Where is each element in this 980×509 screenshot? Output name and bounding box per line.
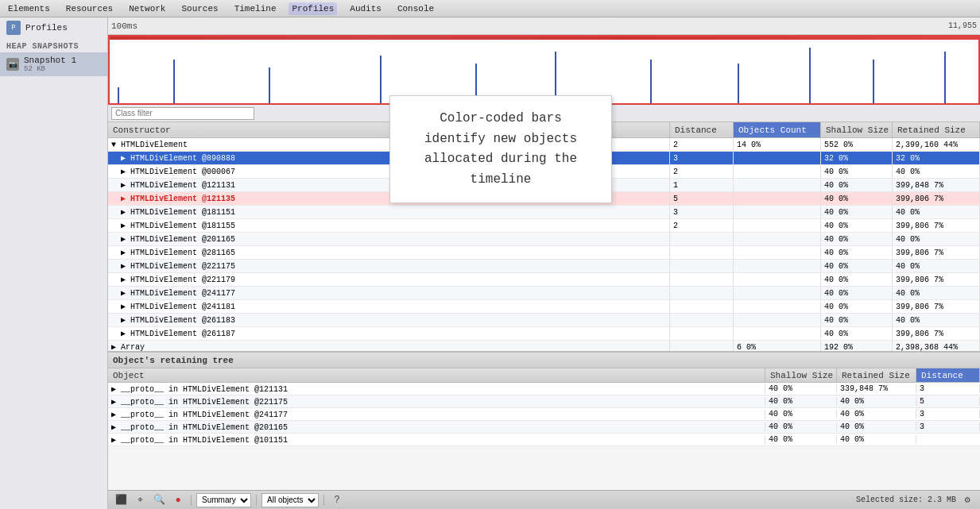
cell-shallow: 40 0%	[821, 287, 893, 299]
col-shallow-size[interactable]: Shallow Size	[821, 122, 893, 137]
timeline-bar	[650, 60, 652, 103]
cell-distance	[670, 287, 734, 299]
menu-item-profiles[interactable]: Profiles	[289, 2, 337, 15]
table-row[interactable]: ▶ HTMLDivElement @890888 3 32 0% 32 0%	[108, 152, 980, 165]
table-row[interactable]: ▶ HTMLDivElement @261187 40 0% 399,806 7…	[108, 327, 980, 341]
cell-retained: 399,806 7%	[893, 300, 980, 313]
cell-shallow: 40 0%	[821, 219, 893, 232]
bottom-cell-retained: 40 0%	[837, 422, 916, 431]
menu-item-audits[interactable]: Audits	[347, 2, 385, 15]
col-distance[interactable]: Distance	[670, 122, 734, 137]
timeline-canvas[interactable]	[108, 35, 980, 105]
cell-objects	[734, 233, 821, 245]
table-row[interactable]: ▶ HTMLDivElement @121135 5 40 0% 399,806…	[108, 192, 980, 206]
menu-item-resources[interactable]: Resources	[63, 2, 116, 15]
timeline-bar	[809, 48, 811, 103]
snapshot-icon: 📷	[6, 58, 19, 71]
sidebar-section-heap: HEAP SNAPSHOTS	[0, 38, 107, 52]
table-row[interactable]: ▶ HTMLDivElement @181155 2 40 0% 399,806…	[108, 219, 980, 233]
cell-constructor: ▶ Array	[108, 341, 670, 351]
bottom-cell-retained: 40 0%	[837, 410, 916, 418]
cell-constructor: ▶ HTMLDivElement @121135	[108, 192, 670, 205]
menu-item-network[interactable]: Network	[126, 2, 168, 15]
sidebar-item-profiles[interactable]: P Profiles	[0, 17, 107, 38]
bottom-row[interactable]: ▶ __proto__ in HTMLDivElement @121131 40…	[108, 383, 980, 395]
filter-select[interactable]: All objects	[261, 493, 319, 507]
status-separator-2	[256, 495, 257, 506]
sidebar-profiles-label: Profiles	[25, 23, 68, 33]
timeline-bar	[475, 64, 477, 103]
table-row[interactable]: ▶ HTMLDivElement @221175 40 0% 40 0%	[108, 260, 980, 273]
bottom-row[interactable]: ▶ __proto__ in HTMLDivElement @241177 40…	[108, 408, 980, 421]
cell-retained: 399,806 7%	[893, 192, 980, 205]
selected-size-text: Selected size: 2.3 MB	[856, 496, 956, 504]
bottom-cell-distance: 3	[916, 410, 980, 418]
timeline-bar	[555, 52, 556, 103]
cell-constructor: ▶ HTMLDivElement @221179	[108, 273, 670, 286]
bottom-cell-shallow: 40 0%	[765, 435, 837, 444]
bottom-row[interactable]: ▶ __proto__ in HTMLDivElement @221175 40…	[108, 395, 980, 408]
cell-distance: 2	[670, 138, 734, 151]
table-row[interactable]: ▶ HTMLDivElement @201165 40 0% 40 0%	[108, 233, 980, 246]
question-btn[interactable]: ?	[329, 493, 345, 507]
settings-icon[interactable]: ⚙	[959, 493, 975, 507]
bottom-row[interactable]: ▶ __proto__ in HTMLDivElement @101151 40…	[108, 434, 980, 446]
cell-objects	[734, 165, 821, 178]
col-constructor[interactable]: Constructor	[108, 122, 670, 137]
table-row[interactable]: ▼ HTMLDivElement 2 14 0% 552 0% 2,399,16…	[108, 138, 980, 152]
cell-shallow: 32 0%	[821, 152, 893, 164]
cell-retained: 40 0%	[893, 206, 980, 218]
table-row[interactable]: ▶ HTMLDivElement @181151 3 40 0% 40 0%	[108, 206, 980, 219]
bottom-col-retained[interactable]: Retained Size	[837, 368, 916, 382]
table-row[interactable]: ▶ HTMLDivElement @241181 40 0% 399,806 7…	[108, 300, 980, 314]
table-row[interactable]: ▶ HTMLDivElement @281165 40 0% 399,806 7…	[108, 246, 980, 260]
inspect-icon[interactable]: ⌖	[132, 493, 148, 507]
bottom-col-distance[interactable]: Distance	[916, 368, 980, 382]
bottom-cell-object: ▶ __proto__ in HTMLDivElement @121131	[108, 384, 765, 394]
summary-select[interactable]: Summary	[196, 493, 251, 507]
cell-retained: 40 0%	[893, 260, 980, 272]
sidebar-item-snapshot1[interactable]: 📷 Snapshot 1 52 KB	[0, 52, 107, 76]
table-row[interactable]: ▶ Array 6 0% 192 0% 2,398,368 44%	[108, 341, 980, 351]
bottom-col-object[interactable]: Object	[108, 368, 765, 382]
table-row[interactable]: ▶ HTMLDivElement @241177 40 0% 40 0%	[108, 287, 980, 300]
col-objects-count[interactable]: Objects Count	[734, 122, 821, 137]
menu-bar: Elements Resources Network Sources Timel…	[0, 0, 980, 17]
table-row[interactable]: ▶ HTMLDivElement @000067 2 40 0% 40 0%	[108, 165, 980, 179]
table-row[interactable]: ▶ HTMLDivElement @221179 40 0% 399,806 7…	[108, 273, 980, 287]
cell-objects	[734, 273, 821, 286]
cell-retained: 40 0%	[893, 165, 980, 178]
dock-icon[interactable]: ⬛	[113, 493, 129, 507]
cell-shallow: 40 0%	[821, 179, 893, 191]
bottom-title: Object's retaining tree	[113, 356, 234, 365]
bottom-col-shallow[interactable]: Shallow Size	[765, 368, 837, 382]
cell-objects	[734, 327, 821, 340]
col-retained-size[interactable]: Retained Size	[893, 122, 980, 137]
menu-item-sources[interactable]: Sources	[178, 2, 221, 15]
table-body[interactable]: ▼ HTMLDivElement 2 14 0% 552 0% 2,399,16…	[108, 138, 980, 351]
cell-objects	[734, 179, 821, 191]
timeline-bar	[380, 56, 382, 103]
bottom-row[interactable]: ▶ __proto__ in HTMLDivElement @201165 40…	[108, 421, 980, 434]
bottom-cell-distance: 5	[916, 397, 980, 406]
cell-distance	[670, 273, 734, 286]
search-icon[interactable]: 🔍	[151, 493, 167, 507]
table-row[interactable]: ▶ HTMLDivElement @121131 1 40 0% 399,848…	[108, 179, 980, 192]
bottom-table-body[interactable]: ▶ __proto__ in HTMLDivElement @121131 40…	[108, 383, 980, 490]
status-bar: ⬛ ⌖ 🔍 ● Summary All objects ? Selected s…	[108, 490, 980, 509]
menu-item-elements[interactable]: Elements	[5, 2, 53, 15]
cell-shallow: 40 0%	[821, 260, 893, 272]
record-icon[interactable]: ●	[170, 493, 186, 507]
bottom-cell-distance: 3	[916, 422, 980, 431]
cell-constructor: ▶ HTMLDivElement @261183	[108, 314, 670, 326]
table-row[interactable]: ▶ HTMLDivElement @261183 40 0% 40 0%	[108, 314, 980, 327]
class-filter-input[interactable]	[111, 107, 254, 120]
cell-shallow: 40 0%	[821, 273, 893, 286]
cell-distance: 5	[670, 192, 734, 205]
menu-item-timeline[interactable]: Timeline	[231, 2, 280, 15]
cell-objects	[734, 287, 821, 299]
cell-objects	[734, 260, 821, 272]
cell-shallow: 40 0%	[821, 327, 893, 340]
menu-item-console[interactable]: Console	[394, 2, 437, 15]
cell-shallow: 40 0%	[821, 206, 893, 218]
